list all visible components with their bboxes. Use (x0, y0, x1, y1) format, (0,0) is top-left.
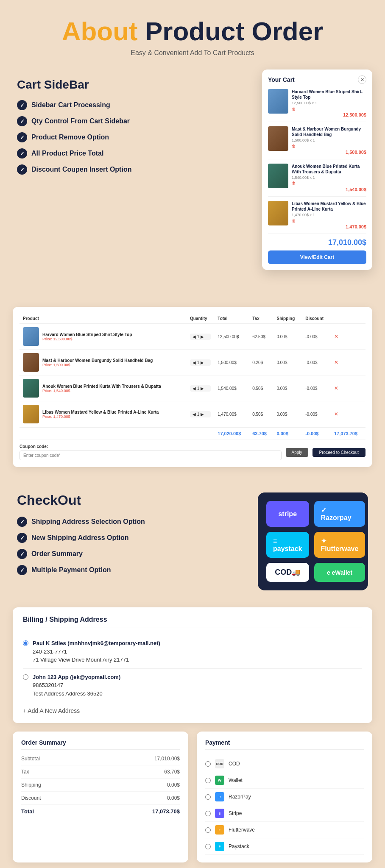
order-summary-box: Order Summary Subtotal 17,010.00$ Tax 63… (13, 732, 188, 862)
stripe-icon: S (215, 809, 224, 818)
product-image (23, 379, 39, 398)
row-tax: 0.50$ (249, 376, 273, 401)
row-tax: 62.50$ (249, 324, 273, 350)
row-total: 1,540.00$ (214, 376, 249, 401)
cart-item-price-qty: 1,500.00$ x 1 (292, 138, 366, 142)
stripe-payment-card[interactable]: stripe (266, 501, 309, 527)
qty-control[interactable]: ◀ 1 ▶ (190, 411, 211, 417)
qty-control[interactable]: ◀ 1 ▶ (190, 334, 211, 340)
paystack-icon: P (215, 842, 224, 851)
checkout-left: CheckOut Shipping Address Selection Opti… (17, 492, 249, 575)
ewallet-payment-card[interactable]: e eWallet (314, 563, 365, 582)
payment-option: P Paystack (205, 838, 364, 855)
delete-icon[interactable]: 🗑 (292, 218, 366, 223)
cart-item-price-qty: 1,470.00$ x 1 (292, 213, 366, 217)
product-cell: Libas Women Mustard Yellow & Blue Printe… (23, 405, 183, 423)
table-row: Mast & Harbour Women Burgundy Solid Hand… (20, 350, 365, 376)
razorpay-payment-card[interactable]: ✓ Razorpay (314, 501, 365, 527)
check-icon (17, 148, 27, 159)
payment-radio[interactable] (205, 761, 211, 767)
coupon-input[interactable] (20, 451, 282, 460)
check-icon (17, 116, 27, 126)
col-total: Total (214, 314, 249, 324)
list-item: New Shipping Address Option (17, 533, 249, 543)
table-footer-row: 17,020.00$ 63.70$ 0.00$ -0.00$ 17,073.70… (20, 427, 365, 440)
list-item: Multiple Payment Option (17, 565, 249, 575)
coupon-section: Coupon code: Apply Proceed to Checkout (20, 444, 365, 460)
payment-radio[interactable] (205, 844, 211, 849)
summary-row: Tax 63.70$ (21, 769, 180, 779)
table-row: Libas Women Mustard Yellow & Blue Printe… (20, 401, 365, 428)
cart-popup-header: Your Cart ✕ (268, 75, 366, 84)
page-title: About Product Order (8, 17, 377, 46)
title-highlight: About (62, 17, 138, 46)
col-discount: Discount (302, 314, 331, 324)
payment-cards-grid: stripe ✓ Razorpay ≡ paystack ✦ Flutterwa… (258, 492, 368, 590)
check-icon (17, 517, 27, 527)
cart-item-name: Harvard Women Blue Striped Shirt-Style T… (292, 89, 366, 100)
ewallet-label: e eWallet (327, 569, 352, 576)
remove-icon[interactable]: ✕ (334, 334, 338, 339)
payment-radio[interactable] (205, 778, 211, 783)
cart-item-price-qty: 12,500.00$ x 1 (292, 101, 366, 105)
delete-icon[interactable]: 🗑 (292, 106, 366, 111)
product-cell: Harvard Women Blue Striped Shirt-Style T… (23, 327, 183, 346)
summary-row: Discount 0.00$ (21, 795, 180, 805)
cart-item-name: Libas Women Mustard Yellow & Blue Printe… (292, 201, 366, 212)
summary-total-row: Total 17,073.70$ (21, 808, 180, 818)
cart-item-name: Anouk Women Blue Printed Kurta With Trou… (292, 164, 366, 175)
proceed-checkout-button[interactable]: Proceed to Checkout (312, 448, 365, 457)
delete-icon[interactable]: 🗑 (292, 181, 366, 186)
payment-radio[interactable] (205, 794, 211, 800)
product-cell: Mast & Harbour Women Burgundy Solid Hand… (23, 353, 183, 372)
qty-control[interactable]: ◀ 1 ▶ (190, 385, 211, 392)
payment-title: Payment (205, 739, 364, 750)
checkout-right: stripe ✓ Razorpay ≡ paystack ✦ Flutterwa… (258, 492, 368, 590)
address-radio[interactable] (23, 674, 28, 680)
check-icon (17, 132, 27, 142)
qty-control[interactable]: ◀ 1 ▶ (190, 359, 211, 366)
razorpay-label: ✓ Razorpay (321, 506, 359, 522)
address-radio[interactable] (23, 640, 28, 646)
col-shipping: Shipping (273, 314, 302, 324)
delete-icon[interactable]: 🗑 (292, 144, 366, 148)
cart-item-total: 1,470.00$ (292, 224, 366, 229)
row-total: 12,500.00$ (214, 324, 249, 350)
close-button[interactable]: ✕ (358, 75, 366, 84)
check-icon (17, 533, 27, 543)
summary-row: Shipping 0.00$ (21, 782, 180, 792)
cart-item-info: Mast & Harbour Women Burgundy Solid Hand… (292, 126, 366, 155)
product-name-price: Anouk Women Blue Printed Kurta With Trou… (42, 384, 161, 393)
row-total: 1,470.00$ (214, 401, 249, 428)
check-icon (17, 164, 27, 175)
table-cart-container: Product Quantity Total Tax Shipping Disc… (13, 307, 372, 467)
view-cart-button[interactable]: View/Edit Cart (268, 250, 366, 264)
paystack-payment-card[interactable]: ≡ paystack (266, 532, 309, 558)
cod-payment-card[interactable]: COD 🚚 (266, 563, 309, 582)
payment-radio[interactable] (205, 827, 211, 833)
cart-popup: Your Cart ✕ Harvard Women Blue Striped S… (262, 70, 372, 270)
checkout-section: CheckOut Shipping Address Selection Opti… (0, 480, 385, 603)
remove-icon[interactable]: ✕ (334, 385, 338, 391)
summary-row: Subtotal 17,010.00$ (21, 756, 180, 765)
payment-radio[interactable] (205, 811, 211, 816)
remove-icon[interactable]: ✕ (334, 411, 338, 417)
product-name-price: Libas Women Mustard Yellow & Blue Printe… (42, 410, 159, 419)
col-action (331, 314, 365, 324)
remove-icon[interactable]: ✕ (334, 359, 338, 365)
flutterwave-label: ✦ Flutterwave (321, 537, 359, 553)
apply-coupon-button[interactable]: Apply (286, 448, 308, 457)
product-name-price: Harvard Women Blue Striped Shirt-Style T… (42, 332, 132, 341)
coupon-left: Coupon code: (20, 444, 282, 460)
row-discount: -0.00$ (302, 350, 331, 376)
add-address-link[interactable]: + Add A New Address (23, 707, 80, 714)
cart-item: Mast & Harbour Women Burgundy Solid Hand… (268, 126, 366, 159)
product-image (23, 353, 39, 372)
flutterwave-payment-card[interactable]: ✦ Flutterwave (314, 532, 365, 558)
cart-item-info: Anouk Women Blue Printed Kurta With Trou… (292, 164, 366, 192)
product-image (23, 405, 39, 423)
row-shipping: 0.00$ (273, 401, 302, 428)
cart-item: Harvard Women Blue Striped Shirt-Style T… (268, 89, 366, 122)
cart-item: Libas Women Mustard Yellow & Blue Printe… (268, 201, 366, 234)
wallet-icon: W (215, 776, 224, 785)
